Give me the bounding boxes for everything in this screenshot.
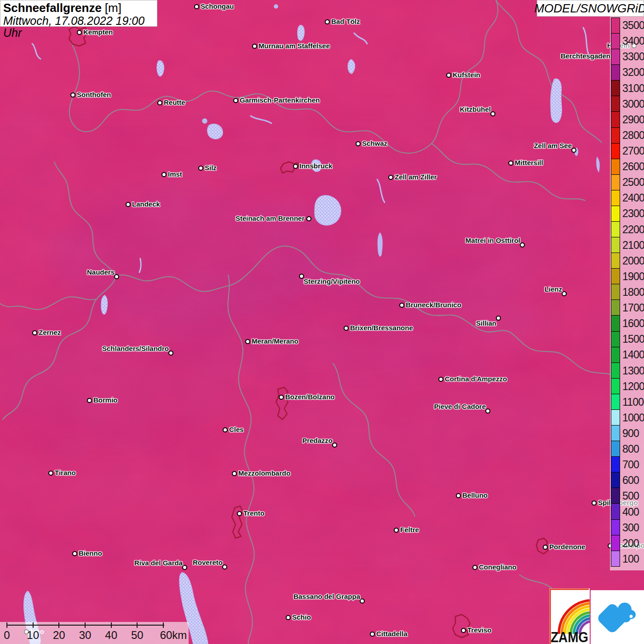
city-dot [237,511,242,516]
city-dot [485,408,490,414]
city-label: Bruneck/Brunico [406,301,461,309]
colorbar-segment-200 [611,535,620,551]
city-label: Kitzbühel [460,105,491,113]
city-label: Trento [243,509,264,517]
colorbar-ramp [611,17,620,567]
city-label: Predazzo [302,437,333,444]
city-label: Mezzolombardo [238,469,290,477]
colorbar-tick-label: 1500 [622,333,644,345]
city-dot [126,202,131,207]
city-dot [543,545,548,550]
city-label: Pordenone [549,543,585,551]
colorbar-tick-label: 1000 [622,412,644,424]
scale-tick-label: 30 [79,629,92,642]
city-dot [360,598,365,604]
city-dot [456,493,461,498]
colorbar-tick-label: 3200 [622,66,644,78]
title-box: Schneefallgrenze[m] Mittwoch, 17.08.2022… [0,0,157,27]
colorbar-tick-label: 700 [622,459,644,471]
colorbar-segment-3400 [611,34,620,49]
city-dot [194,4,199,9]
scale-tick-label: 60km [160,629,187,642]
valid-datetime: Mittwoch, 17.08.2022 19:00 Uhr [3,15,153,39]
colorbar-tick-label: 3000 [622,98,644,110]
city-label: Lienz [545,285,562,293]
title-unit: [m] [105,1,121,15]
colorbar-segment-1100 [611,394,620,410]
city-dot [198,166,203,171]
city-label: Kufstein [453,71,480,79]
colorbar-tick-label: 1600 [622,317,644,329]
city-label: Pieve di Cadore [434,402,486,410]
colorbar-tick-label: 600 [622,474,644,486]
colorbar-tick-label: 2600 [622,161,644,172]
colorbar-segment-1600 [611,316,620,331]
scale-tick [33,622,34,628]
colorbar-segment-600 [611,472,620,488]
city-label: Steinach am Brenner [236,214,305,222]
city-label: Schio [292,613,311,621]
city-dot [72,551,77,556]
zamg-logo: ZAMG [549,588,590,644]
colorbar-tick-label: 400 [622,506,644,518]
colorbar-tick-label: 3500 [622,19,644,31]
city-label: Innsbruck [299,162,333,170]
city-label: Zell am See [534,142,572,150]
city-label: Mittersill [515,159,543,167]
city-dot [286,615,291,620]
city-dot [70,92,75,98]
city-label: Bienno [79,549,102,557]
colorbar-segment-2200 [611,222,620,237]
city-dot [293,164,298,169]
city-dot [157,100,162,105]
city-label: Matrei in Osttirol [466,236,520,244]
colorbar-tick-label: 200 [622,537,644,549]
city-label: Schongau [201,2,234,10]
city-dot [344,326,349,331]
city-label: Feltre [400,526,419,534]
city-dot [233,98,238,103]
city-dot [446,73,451,78]
city-dot [394,528,399,533]
scale-tick-label: 10 [27,629,39,642]
scale-tick-label: 50 [131,629,144,642]
colorbar-segment-1800 [611,284,620,300]
city-dot [306,216,311,221]
colorbar-segment-2800 [611,128,620,144]
colorbar-segment-300 [611,520,620,535]
colorbar-tick-label: 500 [622,490,644,502]
city-dot [48,471,53,476]
scale-tick-label: 20 [53,629,65,642]
city-dot [32,330,37,335]
page-title: Schneefallgrenze [3,1,102,15]
city-dot [508,161,513,166]
colorbar-segment-2600 [611,159,620,175]
city-dot [222,564,227,569]
city-dot [182,565,187,570]
colorbar-segment-2100 [611,237,620,253]
colorbar-legend: 3500340033003200310030002900280027002600… [610,17,644,570]
city-label: Schwaz [362,139,387,147]
city-label: Meran/Merano [252,337,299,345]
city-label: Bad Tölz [331,17,360,25]
city-label: Treviso [467,626,492,634]
city-dot [562,291,567,296]
colorbar-tick-label: 2000 [622,255,644,267]
colorbar-tick-label: 2300 [622,207,644,219]
city-label: Sillian [476,319,496,327]
city-dot [114,274,119,279]
colorbar-segment-700 [611,457,620,472]
colorbar-segment-1400 [611,347,620,363]
city-label: Imst [168,170,182,178]
city-dot [496,316,501,321]
zamg-logo-text: ZAMG [551,629,588,644]
colorbar-tick-label: 3100 [622,82,644,94]
city-dot [325,19,330,24]
model-badge: MODEL/SNOWGRiD [537,0,644,17]
city-label: Berchtesgaden [561,52,610,60]
city-dot [168,351,173,356]
colorbar-segment-800 [611,441,620,457]
colorbar-segment-2000 [611,253,620,269]
colorbar-tick-label: 1400 [622,349,644,361]
colorbar-tick-label: 2500 [622,176,644,188]
